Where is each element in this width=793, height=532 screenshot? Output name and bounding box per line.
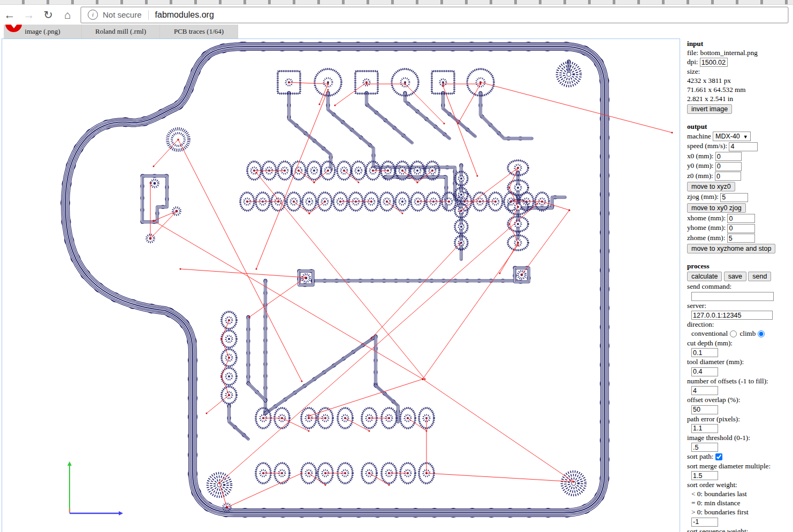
y0-label: y0 (mm):	[687, 161, 713, 169]
calculate-button[interactable]: calculate	[687, 272, 722, 281]
zhome-label: zhome (mm):	[687, 234, 725, 242]
offsets-input[interactable]	[691, 386, 718, 395]
overlap-input[interactable]	[691, 405, 718, 414]
cut-depth-label: cut depth (mm):	[687, 339, 792, 348]
sort-merge-label: sort merge diameter multiple:	[687, 462, 792, 471]
reload-icon[interactable]: ↻	[39, 9, 58, 21]
toolpath-canvas[interactable]	[2, 38, 680, 532]
threshold-label: image threshold (0-1):	[687, 434, 792, 442]
forward-icon[interactable]: →	[19, 9, 39, 21]
process-heading: process	[687, 262, 710, 270]
send-button[interactable]: send	[748, 272, 771, 281]
url-text[interactable]: fabmodules.org	[155, 10, 214, 20]
overlap-label: offset overlap (%):	[687, 396, 792, 404]
url-bar[interactable]: i Not secure fabmodules.org	[80, 6, 789, 24]
sort-order-label: sort order weight:	[687, 481, 792, 489]
climb-label: climb	[739, 329, 756, 337]
server-input[interactable]	[691, 311, 773, 320]
conventional-label: conventional	[691, 329, 728, 337]
server-label: server:	[687, 302, 792, 310]
url-separator	[148, 10, 149, 20]
invert-image-button[interactable]: invert image	[687, 104, 732, 114]
sort-order-opt2: = 0: min distance	[691, 499, 792, 507]
info-icon[interactable]: i	[88, 10, 98, 20]
path-error-input[interactable]	[691, 424, 718, 433]
cut-depth-input[interactable]	[691, 348, 718, 357]
chevron-down-icon: ▼	[743, 134, 748, 140]
security-label: Not secure	[103, 10, 142, 19]
threshold-input[interactable]	[691, 443, 718, 452]
tab-roland-mill[interactable]: Roland mill (.rml)	[82, 25, 160, 38]
machine-select[interactable]: MDX-40▼	[713, 132, 751, 141]
tool-diameter-input[interactable]	[691, 367, 718, 376]
zhome-input[interactable]	[727, 234, 755, 243]
sort-path-checkbox[interactable]	[715, 453, 722, 460]
back-icon[interactable]: ←	[0, 9, 19, 21]
control-panel: input file: bottom_internal.png dpi: siz…	[687, 40, 792, 532]
home-icon[interactable]: ⌂	[58, 9, 77, 21]
input-file-label: file: bottom_internal.png	[687, 49, 792, 57]
size-px: 4232 x 3811 px	[687, 76, 792, 85]
offsets-label: number of offsets (-1 to fill):	[687, 377, 792, 385]
conventional-radio[interactable]	[730, 330, 737, 337]
z0-label: z0 (mm):	[687, 172, 713, 180]
x0-label: x0 (mm):	[687, 152, 713, 160]
climb-radio[interactable]	[758, 330, 765, 337]
z0-input[interactable]	[715, 172, 741, 181]
move-to-xy0-zjog-button[interactable]: move to xy0 zjog	[687, 203, 746, 213]
toolpath-svg	[2, 39, 680, 532]
browser-tabstrip[interactable]	[0, 0, 793, 5]
input-heading: input	[687, 40, 703, 48]
y0-input[interactable]	[715, 162, 742, 171]
speed-label: speed (mm/s):	[687, 142, 727, 150]
browser-toolbar: ← → ↻ ⌂ i Not secure fabmodules.org	[0, 5, 793, 25]
move-to-xyz0-button[interactable]: move to xyz0	[687, 182, 735, 191]
size-in: 2.821 x 2.541 in	[687, 95, 792, 103]
yhome-input[interactable]	[727, 224, 755, 233]
zjog-label: zjog (mm):	[687, 192, 719, 201]
send-command-input[interactable]	[691, 292, 774, 301]
sort-order-input[interactable]	[691, 518, 718, 527]
sort-order-opt3: > 0: boundaries first	[691, 508, 792, 516]
sort-merge-input[interactable]	[691, 471, 718, 480]
xhome-input[interactable]	[727, 214, 755, 223]
dpi-input[interactable]	[700, 58, 728, 67]
tab-pcb-traces[interactable]: PCB traces (1/64)	[160, 25, 238, 38]
xhome-label: xhome (mm):	[687, 214, 726, 222]
tool-diameter-label: tool diameter (mm):	[687, 358, 792, 366]
size-mm: 71.661 x 64.532 mm	[687, 86, 792, 94]
direction-label: direction:	[687, 320, 792, 329]
x0-input[interactable]	[715, 152, 742, 161]
sort-order-opt1: < 0: boundaries last	[691, 490, 792, 498]
output-heading: output	[687, 122, 707, 130]
sort-seq-label: sort sequence weight:	[687, 527, 792, 532]
send-command-label: send command:	[687, 282, 792, 291]
path-error-label: path error (pixels):	[687, 415, 792, 423]
yhome-label: yhome (mm):	[687, 223, 726, 232]
zjog-input[interactable]	[720, 193, 748, 202]
dpi-label: dpi:	[687, 58, 698, 66]
sort-path-label: sort path:	[687, 452, 713, 460]
save-button[interactable]: save	[724, 272, 746, 281]
speed-input[interactable]	[729, 142, 758, 151]
move-to-xyzhome-button[interactable]: move to xyzhome and stop	[687, 244, 775, 253]
fabmodules-tab-row: image (.png) Roland mill (.rml) PCB trac…	[0, 25, 793, 38]
machine-label: machine	[687, 132, 711, 140]
size-label: size:	[687, 67, 792, 76]
